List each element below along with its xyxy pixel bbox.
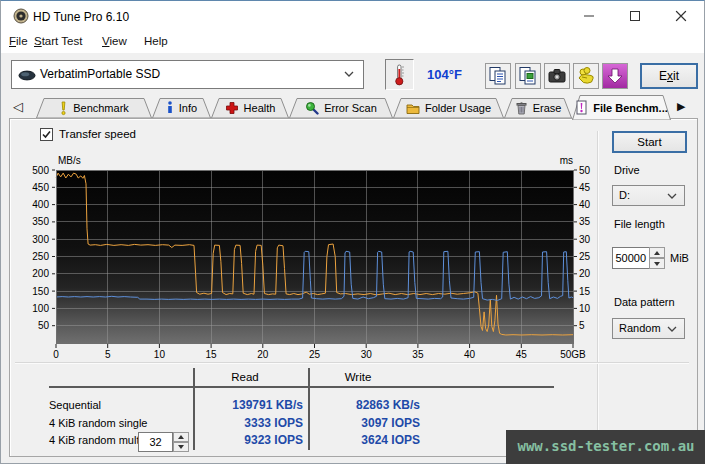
folder-icon (406, 102, 420, 115)
menu-view[interactable]: View (102, 35, 127, 47)
copy-image-button[interactable] (515, 63, 541, 89)
svg-text:5: 5 (579, 320, 585, 331)
health-icon (225, 101, 239, 115)
tab-info[interactable]: Info (152, 98, 211, 118)
menu-file[interactable]: File (9, 35, 28, 47)
svg-text:350: 350 (32, 216, 49, 227)
start-button[interactable]: Start (612, 131, 687, 153)
svg-text:35: 35 (412, 349, 424, 360)
tab-scroll-left[interactable]: ◁ (13, 99, 23, 114)
menu-start-test[interactable]: Start Test (34, 35, 82, 47)
svg-text:300: 300 (32, 234, 49, 245)
tab-erase[interactable]: Erase (504, 98, 572, 118)
up-arrow-icon (654, 251, 660, 255)
stepper-up[interactable] (173, 432, 189, 442)
file-length-label: File length (614, 218, 665, 230)
svg-text:250: 250 (32, 251, 49, 262)
svg-text:20: 20 (579, 268, 591, 279)
row-label-random-multi: 4 KiB random multi (49, 434, 142, 446)
minimize-icon (584, 15, 594, 16)
menu-help[interactable]: Help (144, 35, 168, 47)
tab-folder-usage[interactable]: Folder Usage (393, 98, 504, 118)
close-button[interactable] (658, 1, 704, 30)
table-header-rule (49, 386, 554, 388)
svg-text:150: 150 (32, 286, 49, 297)
hdtune-window: HD Tune Pro 6.10 File Start Test View He… (0, 0, 705, 464)
svg-text:500: 500 (32, 165, 49, 176)
svg-text:30: 30 (361, 349, 373, 360)
copy-text-button[interactable] (485, 63, 511, 89)
svg-text:10: 10 (579, 303, 591, 314)
error-scan-icon (305, 101, 319, 115)
chevron-down-icon (667, 193, 677, 199)
tab-benchmark[interactable]: Benchmark (36, 98, 152, 118)
multi-threads-input[interactable]: 32 (138, 432, 173, 452)
tab-scroll-right[interactable]: ▶ (677, 100, 685, 113)
info-icon (166, 101, 174, 115)
checkmark-icon (41, 129, 52, 140)
window-title: HD Tune Pro 6.10 (33, 10, 129, 24)
stepper-up[interactable] (649, 247, 665, 258)
divider-horizontal (15, 362, 689, 364)
svg-text:50: 50 (38, 320, 50, 331)
svg-text:30: 30 (579, 234, 591, 245)
download-button[interactable] (602, 63, 628, 89)
device-select[interactable]: VerbatimPortable SSD (11, 60, 364, 89)
chevron-down-icon (667, 326, 677, 332)
down-arrow-icon (178, 445, 184, 449)
file-length-input[interactable]: 50000 (612, 247, 650, 269)
svg-text:MB/s: MB/s (58, 155, 81, 166)
copy-text-icon (488, 66, 508, 86)
data-pattern-select[interactable]: Random (612, 318, 685, 339)
erase-icon (515, 101, 528, 115)
thermometer-icon (393, 63, 406, 86)
maximize-button[interactable] (612, 1, 658, 30)
donate-button[interactable] (573, 63, 599, 89)
benchmark-icon (59, 101, 68, 116)
stepper-down[interactable] (649, 258, 665, 269)
svg-text:400: 400 (32, 199, 49, 210)
up-arrow-icon (178, 435, 184, 439)
svg-text:40: 40 (464, 349, 476, 360)
file-length-stepper[interactable] (649, 247, 665, 269)
hand-coins-icon (576, 66, 596, 86)
tab-file-benchmark[interactable]: File Benchm... (572, 95, 671, 120)
transfer-speed-label: Transfer speed (59, 128, 136, 140)
svg-text:5: 5 (105, 349, 111, 360)
camera-icon (547, 66, 567, 86)
svg-text:0: 0 (53, 349, 59, 360)
file-benchmark-icon (575, 100, 588, 115)
drive-select[interactable]: D: (612, 185, 685, 206)
stepper-down[interactable] (173, 442, 189, 452)
exit-button[interactable]: Exit (640, 63, 698, 89)
drive-label: Drive (614, 164, 640, 176)
read-column-header: Read (200, 371, 290, 383)
app-icon (13, 8, 29, 24)
divider-vertical (597, 131, 599, 447)
svg-text:40: 40 (579, 199, 591, 210)
screenshot-button[interactable] (544, 63, 570, 89)
svg-text:10: 10 (154, 349, 166, 360)
transfer-speed-checkbox[interactable] (40, 128, 53, 141)
temperature-button[interactable] (385, 59, 414, 90)
down-arrow-icon (654, 262, 660, 266)
tab-health[interactable]: Health (211, 98, 289, 118)
sequential-write-value: 82863 KB/s (268, 398, 420, 412)
svg-text:200: 200 (32, 268, 49, 279)
close-icon (676, 10, 687, 21)
temperature-value: 104°F (427, 67, 462, 82)
watermark: www.ssd-tester.com.au (506, 430, 705, 464)
download-arrow-icon (606, 67, 624, 85)
minimize-button[interactable] (566, 1, 612, 30)
svg-text:450: 450 (32, 182, 49, 193)
tab-error-scan[interactable]: Error Scan (289, 98, 393, 118)
svg-text:25: 25 (579, 251, 591, 262)
multi-threads-stepper[interactable] (173, 432, 189, 452)
maximize-icon (630, 11, 640, 21)
svg-text:15: 15 (206, 349, 218, 360)
copy-image-icon (518, 66, 538, 86)
file-length-unit: MiB (670, 252, 689, 264)
svg-text:25: 25 (309, 349, 321, 360)
svg-text:20: 20 (257, 349, 269, 360)
random-single-write-value: 3097 IOPS (268, 416, 420, 430)
